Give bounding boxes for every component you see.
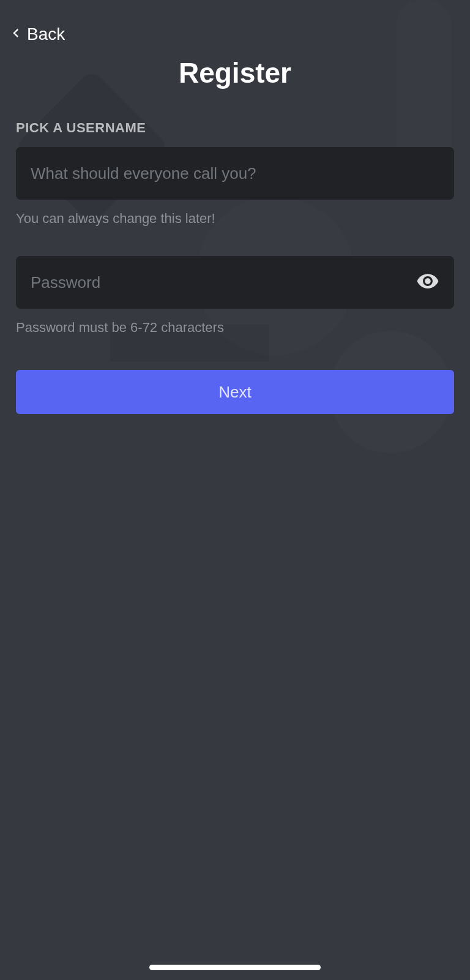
eye-icon	[416, 284, 439, 295]
username-label: PICK A USERNAME	[16, 120, 454, 136]
chevron-left-icon	[7, 24, 24, 44]
back-label: Back	[27, 24, 65, 44]
home-indicator[interactable]	[149, 965, 321, 970]
next-button[interactable]: Next	[16, 370, 454, 414]
password-input[interactable]	[16, 256, 454, 309]
page-title: Register	[16, 56, 454, 89]
username-hint: You can always change this later!	[16, 211, 454, 227]
toggle-password-visibility[interactable]	[416, 270, 439, 295]
username-input[interactable]	[16, 147, 454, 200]
back-button[interactable]: Back	[7, 0, 454, 44]
password-hint: Password must be 6-72 characters	[16, 320, 454, 336]
